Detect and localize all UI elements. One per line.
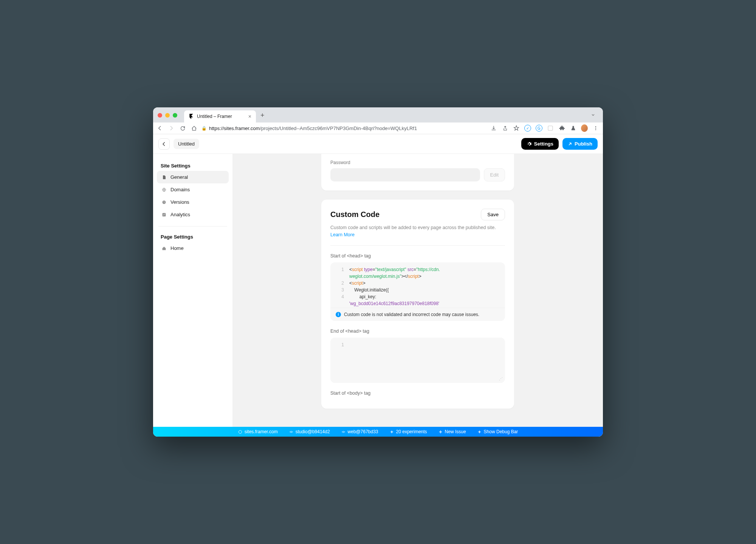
browser-window: Untitled – Framer × + 🔒 https://sites.fr… (153, 107, 603, 437)
tab-close-icon[interactable]: × (248, 113, 251, 119)
app-back-button[interactable] (158, 138, 170, 150)
warning-text: Custom code is not validated and incorre… (344, 312, 479, 317)
minimize-window-button[interactable] (165, 113, 170, 118)
start-body-label: Start of <body> tag (330, 391, 505, 396)
slash-circle-icon (238, 429, 243, 434)
gear-icon (527, 141, 532, 147)
sparkle-icon (477, 429, 482, 434)
save-button[interactable]: Save (481, 209, 505, 220)
bookmark-star-icon[interactable] (513, 125, 520, 132)
chart-icon (161, 212, 167, 217)
browser-tab-bar: Untitled – Framer × + (153, 107, 603, 122)
sidebar-heading-page: Page Settings (157, 232, 229, 242)
page-title[interactable]: Untitled (174, 139, 199, 149)
svg-point-1 (595, 126, 596, 127)
sidebar-item-label: Home (170, 245, 184, 251)
debug-web[interactable]: web@767bd33 (341, 429, 378, 434)
sidebar-item-home[interactable]: Home (157, 242, 229, 254)
svg-rect-0 (548, 126, 553, 130)
download-icon[interactable] (490, 125, 497, 132)
settings-label: Settings (534, 141, 553, 147)
sidebar-item-versions[interactable]: Versions (157, 196, 229, 208)
sidebar-item-domains[interactable]: Domains (157, 183, 229, 196)
section-divider (330, 245, 505, 246)
password-input[interactable] (330, 168, 480, 181)
back-icon[interactable] (157, 125, 163, 131)
extensions-puzzle-icon[interactable] (558, 125, 565, 132)
home-icon (161, 246, 167, 251)
sidebar-separator (158, 226, 227, 226)
custom-code-title: Custom Code (330, 210, 380, 219)
resize-handle-icon[interactable]: ⋰ (499, 376, 503, 381)
learn-more-link[interactable]: Learn More (330, 232, 355, 237)
url-path: /projects/Untitled--Am5czc96mVP7NP3GmDin… (260, 126, 417, 131)
sidebar-item-label: Versions (170, 199, 189, 205)
app-root: Untitled Settings Publish Site Settings … (153, 134, 603, 437)
svg-point-8 (291, 431, 292, 432)
publish-label: Publish (575, 141, 592, 147)
password-edit-button[interactable]: Edit (484, 168, 505, 181)
flask-icon[interactable] (570, 125, 576, 132)
sidebar-item-label: General (170, 174, 188, 180)
password-card: Password Edit (321, 154, 514, 191)
debug-site[interactable]: sites.framer.com (238, 429, 278, 434)
document-icon (161, 175, 167, 180)
maximize-window-button[interactable] (173, 113, 177, 118)
plus-icon (438, 429, 443, 434)
custom-code-description: Custom code and scripts will be added to… (330, 224, 505, 239)
debug-show-bar[interactable]: Show Debug Bar (477, 429, 518, 434)
forward-icon[interactable] (168, 125, 174, 131)
commit-icon (341, 429, 346, 434)
debug-experiments[interactable]: 20 experiments (390, 429, 427, 434)
sidebar-item-label: Analytics (170, 212, 190, 217)
extension-icon-1[interactable]: ✓ (524, 125, 531, 132)
share-icon[interactable] (502, 125, 508, 132)
settings-button[interactable]: Settings (521, 138, 559, 150)
browser-tab[interactable]: Untitled – Framer × (184, 110, 256, 122)
debug-bar: sites.framer.com studio@b9414d2 web@767b… (153, 427, 603, 437)
extension-icon-2[interactable]: G (536, 125, 542, 132)
app-header: Untitled Settings Publish (153, 134, 603, 154)
home-icon[interactable] (191, 125, 197, 131)
window-controls (158, 113, 177, 118)
sidebar-item-label: Domains (170, 187, 190, 192)
tabs-menu-button[interactable] (591, 112, 595, 119)
end-head-editor[interactable]: 1 ⋰ (330, 338, 505, 383)
close-window-button[interactable] (158, 113, 162, 118)
start-head-editor[interactable]: 1<script type="text/javascript" src="htt… (330, 262, 505, 308)
svg-point-7 (239, 430, 242, 433)
tab-title: Untitled – Framer (197, 114, 232, 119)
start-head-label: Start of <head> tag (330, 253, 505, 259)
sidebar-item-general[interactable]: General (157, 171, 229, 183)
sidebar-item-analytics[interactable]: Analytics (157, 208, 229, 221)
profile-avatar[interactable] (581, 125, 588, 132)
sparkle-icon (390, 429, 394, 434)
sidebar-heading-site: Site Settings (157, 161, 229, 171)
clock-icon (161, 200, 167, 205)
globe-icon (161, 187, 167, 192)
commit-icon (289, 429, 294, 434)
end-head-label: End of <head> tag (330, 329, 505, 334)
custom-code-card: Custom Code Save Custom code and scripts… (321, 200, 514, 409)
arrow-up-right-icon (568, 142, 572, 146)
password-label: Password (330, 160, 505, 165)
extension-icon-3[interactable] (547, 125, 554, 132)
browser-toolbar: 🔒 https://sites.framer.com/projects/Unti… (153, 122, 603, 134)
debug-studio[interactable]: studio@b9414d2 (289, 429, 330, 434)
address-bar[interactable]: 🔒 https://sites.framer.com/projects/Unti… (201, 126, 486, 131)
svg-point-9 (343, 431, 344, 432)
svg-point-3 (595, 129, 596, 130)
svg-point-2 (595, 128, 596, 129)
publish-button[interactable]: Publish (562, 138, 598, 150)
framer-favicon (189, 114, 194, 119)
main-content[interactable]: Password Edit Custom Code Save Custom co… (232, 154, 603, 427)
code-warning: i Custom code is not validated and incor… (330, 308, 505, 321)
kebab-menu-icon[interactable] (592, 125, 599, 132)
reload-icon[interactable] (180, 125, 186, 131)
info-icon: i (336, 312, 341, 317)
lock-icon: 🔒 (201, 126, 207, 131)
debug-new-issue[interactable]: New Issue (438, 429, 466, 434)
url-domain: https://sites.framer.com (209, 126, 260, 131)
sidebar: Site Settings General Domains Versions A… (153, 154, 232, 427)
new-tab-button[interactable]: + (260, 112, 265, 119)
